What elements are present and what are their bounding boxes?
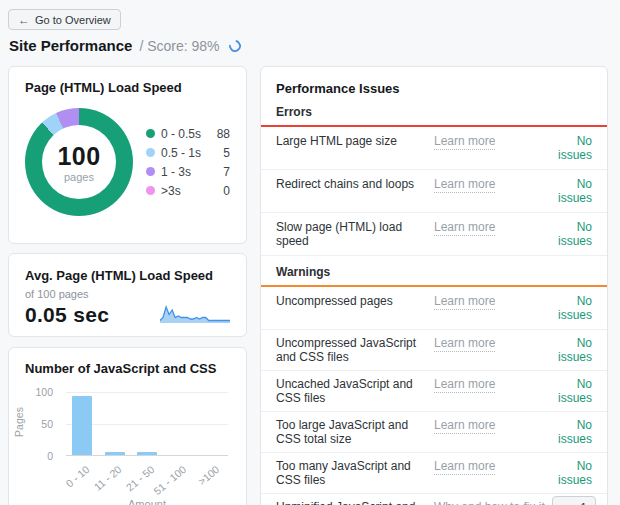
bar-slot — [98, 392, 130, 455]
avg-load-speed-card: Avg. Page (HTML) Load Speed of 100 pages… — [8, 253, 247, 337]
legend-value: 88 — [217, 127, 230, 141]
no-issues-label: No issues — [558, 177, 592, 205]
x-axis-tick: >100 — [196, 460, 228, 494]
x-axis-tick: 0 - 10 — [66, 460, 98, 494]
bar-slot — [131, 392, 163, 455]
issues-panel-title: Performance Issues — [276, 81, 592, 96]
no-issues-label: No issues — [558, 418, 592, 446]
legend-value: 7 — [223, 165, 230, 179]
x-axis-tick: 51 - 100 — [163, 460, 195, 494]
issue-row: Slow page (HTML) load speed Learn more N… — [261, 213, 607, 256]
card-title: Number of JavaScript and CSS — [25, 361, 230, 376]
issue-label: Too large JavaScript and CSS total size — [276, 418, 434, 446]
issue-section: Errors Large HTML page size Learn more N… — [276, 105, 592, 256]
avg-speed-subtitle: of 100 pages — [25, 288, 230, 300]
issue-row: Large HTML page size Learn more No issue… — [261, 127, 607, 170]
no-issues-label: No issues — [558, 220, 592, 248]
issue-learn-more-link[interactable]: Learn more — [434, 294, 552, 308]
issue-section: Warnings Uncompressed pages Learn more N… — [276, 265, 592, 505]
legend-label: >3s — [161, 184, 223, 198]
x-axis-tick-label: >100 — [195, 463, 221, 487]
issue-label: Slow page (HTML) load speed — [276, 220, 434, 248]
load-speed-donut-chart: 100 pages 0 - 0.5s 88 0.5 - 1s 5 1 - 3s … — [25, 108, 230, 216]
y-axis-tick: 100 — [25, 386, 53, 398]
performance-issues-panel: Performance Issues Errors Large HTML pag… — [260, 66, 608, 505]
issue-row: Unminified JavaScript and CSS files Why … — [261, 494, 607, 505]
issue-status: No issues — [552, 459, 592, 487]
legend-label: 1 - 3s — [161, 165, 223, 179]
bar-slot — [66, 392, 98, 455]
load-speed-sparkline — [160, 304, 230, 324]
bar-slot — [163, 392, 195, 455]
issue-count-button[interactable]: 1 issue — [552, 496, 596, 505]
no-issues-label: No issues — [558, 134, 592, 162]
page-header: Site Performance / Score: 98% — [9, 37, 241, 54]
section-header: Warnings — [261, 265, 607, 287]
issue-learn-more-link[interactable]: Learn more — [434, 336, 552, 350]
section-header: Errors — [261, 105, 607, 127]
go-to-overview-button[interactable]: ← Go to Overview — [8, 9, 121, 30]
issue-row: Too many JavaScript and CSS files Learn … — [261, 453, 607, 494]
issue-status: No issues — [552, 336, 592, 364]
why-and-how-to-fix-it-link[interactable]: Why and how to fix it — [434, 500, 552, 505]
x-axis-title: Amount — [66, 498, 228, 505]
issue-status: 1 issue — [552, 500, 596, 505]
issue-row: Redirect chains and loops Learn more No … — [261, 170, 607, 213]
legend-dot-icon — [146, 167, 155, 176]
card-title: Avg. Page (HTML) Load Speed — [25, 268, 230, 283]
issue-learn-more-link[interactable]: Learn more — [434, 177, 552, 191]
legend-item: >3s 0 — [146, 181, 230, 200]
legend-label: 0 - 0.5s — [161, 127, 217, 141]
legend-dot-icon — [146, 129, 155, 138]
legend-item: 1 - 3s 7 — [146, 162, 230, 181]
donut-total-label: pages — [64, 171, 94, 183]
issue-label: Uncached JavaScript and CSS files — [276, 377, 434, 405]
bar — [105, 452, 125, 455]
issue-row: Uncompressed pages Learn more No issues — [261, 287, 607, 330]
left-arrow-icon: ← — [18, 14, 30, 26]
issue-status: No issues — [552, 294, 592, 322]
issue-status: No issues — [552, 377, 592, 405]
legend-item: 0 - 0.5s 88 — [146, 124, 230, 143]
issue-learn-more-link[interactable]: Learn more — [434, 220, 552, 234]
no-issues-label: No issues — [558, 336, 592, 364]
bar-slot — [196, 392, 228, 455]
issue-learn-more-link[interactable]: Learn more — [434, 377, 552, 391]
js-css-count-card: Number of JavaScript and CSS Pages 100 5… — [8, 347, 247, 505]
issue-label: Unminified JavaScript and CSS files — [276, 500, 434, 505]
issue-status: No issues — [552, 220, 592, 248]
legend-value: 5 — [223, 146, 230, 160]
legend-dot-icon — [146, 148, 155, 157]
issue-status: No issues — [552, 134, 592, 162]
issue-row: Too large JavaScript and CSS total size … — [261, 412, 607, 453]
issue-label: Large HTML page size — [276, 134, 434, 148]
plot-area — [66, 392, 228, 456]
back-button-label: Go to Overview — [35, 14, 111, 26]
issue-learn-more-link[interactable]: Learn more — [434, 459, 552, 473]
donut-legend: 0 - 0.5s 88 0.5 - 1s 5 1 - 3s 7 >3s 0 — [146, 124, 230, 200]
page-load-speed-card: Page (HTML) Load Speed 100 pages 0 - 0.5… — [8, 66, 247, 244]
issue-label: Uncompressed JavaScript and CSS files — [276, 336, 434, 364]
y-axis-tick: 0 — [25, 450, 53, 462]
no-issues-label: No issues — [558, 294, 592, 322]
legend-value: 0 — [223, 184, 230, 198]
no-issues-label: No issues — [558, 459, 592, 487]
donut-total-value: 100 — [57, 142, 100, 171]
issue-learn-more-link[interactable]: Learn more — [434, 418, 552, 432]
issue-status: No issues — [552, 418, 592, 446]
bar — [72, 396, 92, 455]
x-axis-tick: 11 - 20 — [98, 460, 130, 494]
legend-dot-icon — [146, 186, 155, 195]
y-axis-tick: 50 — [25, 418, 53, 430]
legend-item: 0.5 - 1s 5 — [146, 143, 230, 162]
score-label: / Score: 98% — [139, 38, 219, 54]
card-title: Page (HTML) Load Speed — [25, 80, 230, 95]
issue-learn-more-link[interactable]: Learn more — [434, 134, 552, 148]
donut-center: 100 pages — [42, 125, 116, 199]
loading-spinner-icon — [226, 37, 243, 54]
x-axis-tick-label: 0 - 10 — [63, 463, 91, 489]
issue-status: No issues — [552, 177, 592, 205]
avg-speed-value: 0.05 sec — [25, 303, 109, 327]
issue-label: Uncompressed pages — [276, 294, 434, 308]
bar — [137, 452, 157, 455]
